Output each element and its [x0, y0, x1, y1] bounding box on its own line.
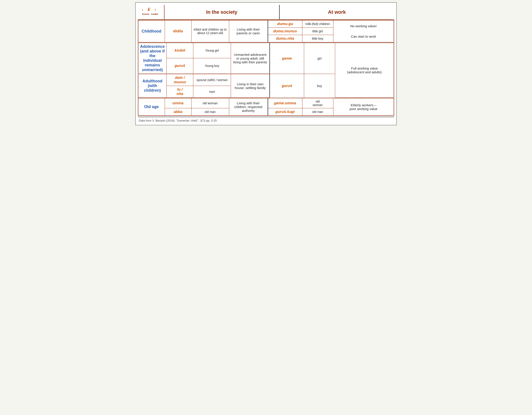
umma-term: umma	[165, 98, 191, 108]
abba-term: abba	[165, 108, 191, 116]
svg-text:GAMES: GAMES	[151, 13, 158, 15]
dumu-munus-desc: little girl	[302, 28, 333, 35]
gurush-sugi-term: guruš.šugi	[268, 108, 302, 116]
childhood-section: Childhood didila infant and children up …	[138, 20, 394, 43]
gurush-work-term: guruš	[270, 74, 304, 98]
childhood-work-value: No working value! Can start to work	[333, 20, 394, 43]
old-age-living: Living with their children; respected au…	[229, 98, 268, 116]
childhood-row-1: Childhood didila infant and children up …	[138, 20, 394, 28]
old-age-row-1: Old age umma old woman Living with their…	[138, 98, 394, 108]
dumu-ga-desc: milk-(fed) children	[302, 20, 333, 28]
dumu-nita-desc: little boy	[302, 35, 333, 43]
kisikil-term: kisikil	[167, 43, 193, 58]
dam-munus-desc: spouse (wife) / woman	[193, 74, 231, 86]
umma-desc: old woman	[191, 98, 229, 108]
old-age-label: Old age	[138, 98, 165, 116]
childhood-desc: infant and children up to about 12 years…	[191, 20, 229, 43]
logo-cell: 🦌 🦌 E ESAGIL GAMES	[138, 5, 164, 19]
adolescence-section: Adolescence (and above if the individual…	[138, 43, 394, 98]
geme-term: geme	[270, 43, 304, 74]
page: 🦌 🦌 E ESAGIL GAMES In the society At wor…	[135, 2, 397, 125]
dumu-nita-term: dumu.nita	[268, 35, 302, 43]
gurush-sugi-desc: old man	[302, 108, 333, 116]
gurush-adolescence-desc: Young boy	[193, 58, 231, 74]
in-society-header: In the society	[164, 5, 280, 19]
childhood-sumerian: didila	[165, 20, 191, 43]
gurush-work-desc: boy	[304, 74, 335, 98]
kisikil-desc: Young girl	[193, 43, 231, 58]
childhood-label: Childhood	[138, 20, 165, 43]
svg-text:ESAGIL: ESAGIL	[142, 13, 150, 15]
at-work-header: At work	[280, 5, 394, 19]
logo-icon: 🦌 🦌 E ESAGIL GAMES	[141, 6, 161, 18]
footer-note: Data from V. Bartash (2018): "Sumerian '…	[138, 117, 394, 123]
geme-umma-term: geme.umma	[268, 98, 302, 108]
adulthood-label: Adulthood (with children)	[138, 74, 167, 98]
dumu-ga-term: dumu.ga	[268, 20, 302, 28]
adolescence-label: Adolescence (and above if the individual…	[138, 43, 167, 74]
childhood-living: Living with their parents or carer	[229, 20, 268, 43]
old-age-section: Old age umma old woman Living with their…	[138, 98, 394, 116]
geme-desc: girl	[304, 43, 335, 74]
dam-munus-term: dam / munus	[167, 74, 193, 86]
svg-text:🦌: 🦌	[154, 9, 156, 11]
lu-nita-desc: man	[193, 86, 231, 98]
svg-text:E: E	[148, 7, 151, 12]
geme-umma-desc: old woman	[302, 98, 333, 108]
dumu-munus-term: dumu.munus	[268, 28, 302, 35]
abba-desc: old man	[191, 108, 229, 116]
svg-text:🦌: 🦌	[142, 9, 144, 11]
adolescence-adulthood-work-value: Full working value (adolescent and adult…	[335, 43, 394, 98]
adolescence-living: Unmarried adolescent or young adult; sti…	[231, 43, 270, 74]
adolescence-row-1: Adolescence (and above if the individual…	[138, 43, 394, 58]
adulthood-living: Living in their own house; settling fami…	[231, 74, 270, 98]
old-age-work-value: Elderly workers – poor working value	[333, 98, 394, 116]
header-row: 🦌 🦌 E ESAGIL GAMES In the society At wor…	[138, 5, 394, 20]
lu-nita-term: lu / nita	[167, 86, 193, 98]
gurush-adolescence-term: guruš	[167, 58, 193, 74]
